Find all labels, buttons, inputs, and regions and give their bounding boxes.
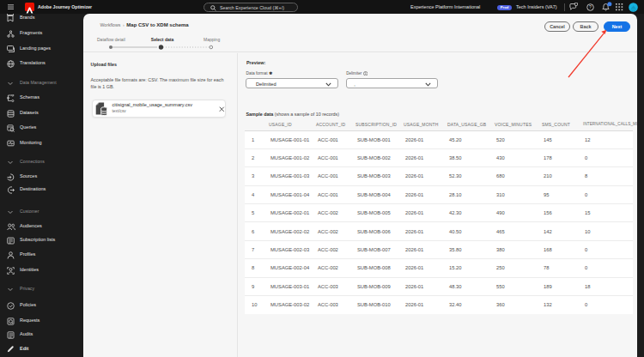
svg-text:?: ? xyxy=(589,4,592,9)
